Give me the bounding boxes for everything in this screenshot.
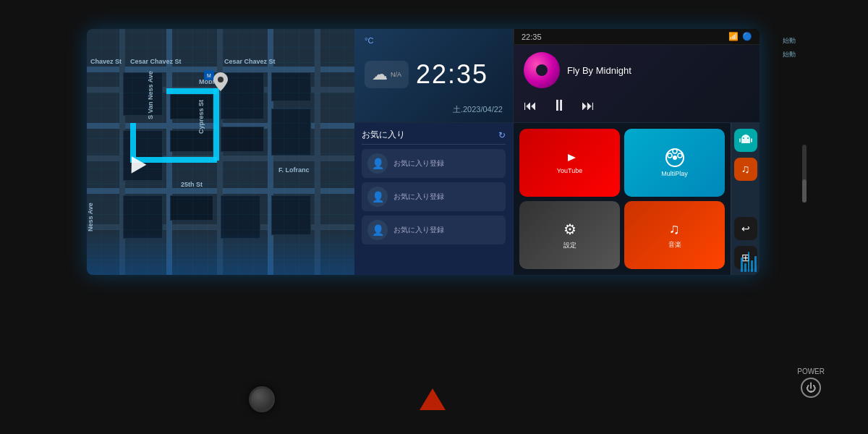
multiplay-tile[interactable]: MultiPlay [624, 129, 725, 197]
side-controls-panel: 始動 始動 [783, 36, 796, 61]
vis-bar-3 [748, 252, 750, 272]
weather-time: 22:35 [416, 59, 488, 90]
fav-item-3[interactable]: 👤 お気に入り登録 [362, 216, 506, 244]
power-label: POWER [797, 367, 825, 375]
side-ctrl-label-2: 始動 [783, 50, 796, 59]
weather-main: ☁ N/A 22:35 [365, 59, 503, 90]
album-center-dot [536, 64, 548, 76]
music-side-icon: ♫ [741, 163, 750, 176]
weather-widget: °C ☁ N/A 22:35 土.2023/04/22 [354, 29, 514, 123]
volume-fill [802, 179, 807, 203]
prev-button[interactable]: ⏮ [524, 98, 537, 114]
music-header-row: Fly By Midnight [524, 52, 749, 88]
music-widget: Fly By Midnight ⏮ ⏸ ⏭ [514, 45, 760, 123]
top-row: °C ☁ N/A 22:35 土.2023/04/22 22:35 [354, 29, 760, 123]
favorites-header: お気に入り ↻ [362, 129, 506, 145]
main-screen: Chavez St Cesar Chavez St Cesar Chavez S… [87, 29, 760, 275]
vis-bar-5 [754, 256, 757, 272]
fav-avatar-1: 👤 [367, 153, 388, 174]
music-title: Fly By Midnight [567, 65, 749, 76]
na-label: N/A [391, 71, 401, 78]
visualizer [738, 246, 760, 275]
fav-item-1[interactable]: 👤 お気に入り登録 [362, 149, 506, 178]
youtube-label: YouTube [557, 167, 582, 174]
map-section[interactable]: Chavez St Cesar Chavez St Cesar Chavez S… [87, 29, 354, 275]
power-icon[interactable]: ⏻ [801, 378, 821, 398]
vis-bar-1 [741, 258, 743, 272]
favorites-panel: お気に入り ↻ 👤 お気に入り登録 👤 お気に入り登録 👤 お気に入り登録 [354, 123, 514, 275]
settings-icon: ⚙ [563, 221, 576, 238]
volume-slider[interactable] [802, 145, 807, 203]
music-side-button[interactable]: ♫ [734, 158, 757, 181]
back-button[interactable]: ↩ [734, 217, 757, 240]
temp-unit: °C [365, 36, 503, 45]
volume-slider-area[interactable] [802, 145, 807, 203]
fav-label-1: お気に入り登録 [393, 158, 444, 169]
weather-icon-box: ☁ N/A [365, 61, 409, 88]
next-button[interactable]: ⏭ [582, 98, 595, 114]
street-label-lofranc: F. Lofranc [278, 166, 310, 174]
music-tile[interactable]: ♫ 音楽 [624, 201, 725, 269]
status-bar: 22:35 📶 🔵 [514, 29, 760, 45]
svg-point-4 [673, 156, 677, 160]
fav-avatar-2: 👤 [367, 187, 388, 207]
fav-item-2[interactable]: 👤 お気に入り登録 [362, 182, 506, 211]
music-title-area: Fly By Midnight [567, 65, 749, 76]
multiplay-icon [665, 148, 684, 167]
android-icon [739, 134, 752, 147]
music-controls: ⏮ ⏸ ⏭ [524, 96, 749, 115]
album-art [524, 52, 560, 88]
play-pause-button[interactable]: ⏸ [551, 96, 567, 115]
svg-point-0 [218, 77, 224, 82]
multiplay-label: MultiPlay [661, 170, 688, 177]
music-icon: ♫ [669, 221, 680, 237]
music-app-label: 音楽 [668, 240, 681, 250]
right-panel: °C ☁ N/A 22:35 土.2023/04/22 22:35 [354, 29, 760, 275]
status-time: 22:35 [522, 33, 542, 41]
fav-label-2: お気に入り登録 [393, 192, 444, 202]
side-buttons-panel: ♫ ↩ ⊞ [731, 123, 760, 275]
street-label-cesar1: Cesar Chavez St [130, 58, 182, 65]
street-label-25th: 25th St [181, 181, 203, 188]
street-label-cypress: Cypress St [197, 100, 205, 134]
svg-point-5 [668, 153, 672, 158]
settings-label: 設定 [563, 241, 576, 250]
fav-avatar-3: 👤 [367, 220, 388, 240]
fav-label-3: お気に入り登録 [393, 225, 444, 235]
map-pin [213, 72, 228, 90]
wifi-icon: 📶 [728, 32, 739, 41]
android-button[interactable] [734, 129, 757, 152]
youtube-tile[interactable]: YouTube [519, 129, 620, 197]
app-row-1: YouTube MultiPlay [519, 129, 725, 197]
back-icon: ↩ [741, 223, 750, 234]
svg-point-6 [678, 153, 682, 158]
vis-bar-4 [751, 260, 753, 272]
music-status-area: 22:35 📶 🔵 Fly By Mi [514, 29, 760, 123]
weather-date: 土.2023/04/22 [365, 104, 503, 115]
svg-point-9 [747, 137, 749, 139]
street-label-ness: Ness Ave [87, 203, 94, 231]
app-row-2: ⚙ 設定 ♫ 音楽 [519, 201, 725, 269]
hazard-button[interactable] [420, 386, 446, 412]
cloud-icon: ☁ [372, 65, 388, 84]
street-label-vanness: S Van Ness Ave [147, 71, 154, 119]
favorites-title: お気に入り [362, 129, 405, 141]
svg-point-8 [743, 137, 744, 139]
middle-row: お気に入り ↻ 👤 お気に入り登録 👤 お気に入り登録 👤 お気に入り登録 [354, 123, 760, 275]
status-icons: 📶 🔵 [728, 32, 752, 41]
hazard-triangle-icon [420, 388, 446, 410]
street-label-cesar2: Cesar Chavez St [224, 58, 276, 65]
street-label-chavez: Chavez St [90, 58, 122, 65]
app-grid-panel: YouTube MultiPlay [514, 123, 731, 275]
mobil-icon: M [204, 70, 214, 80]
refresh-icon[interactable]: ↻ [498, 130, 506, 140]
vis-bar-2 [744, 263, 746, 272]
side-ctrl-label-1: 始動 [783, 36, 796, 46]
knob-left[interactable] [249, 386, 275, 412]
settings-tile[interactable]: ⚙ 設定 [519, 201, 620, 269]
youtube-icon [561, 151, 579, 164]
dash-bottom [0, 386, 868, 412]
dashboard: Chavez St Cesar Chavez St Cesar Chavez S… [0, 0, 868, 434]
bt-icon: 🔵 [742, 32, 752, 41]
power-button-area[interactable]: POWER ⏻ [797, 367, 825, 398]
